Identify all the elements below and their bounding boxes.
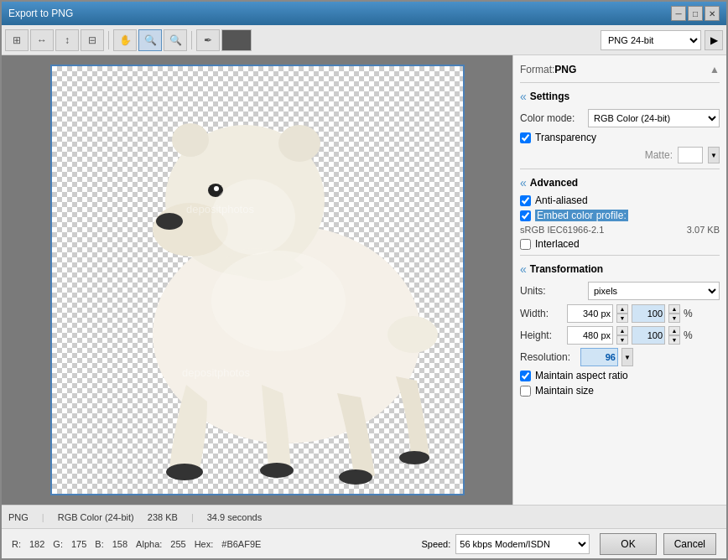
preview-box[interactable] xyxy=(221,29,252,51)
advanced-collapse-icon: « xyxy=(520,176,527,189)
height-decrement-button[interactable]: ▼ xyxy=(616,335,628,345)
height-percent-decrement-button[interactable]: ▼ xyxy=(668,335,680,345)
r-label: R: xyxy=(12,539,21,549)
color-profile-row: sRGB IEC61966-2.1 3.07 KB xyxy=(520,223,720,236)
width-decrement-button[interactable]: ▼ xyxy=(616,314,628,323)
format-arrow-button[interactable]: ▶ xyxy=(705,30,723,50)
height-percent-increment-button[interactable]: ▲ xyxy=(668,326,680,335)
width-percent-decrement-button[interactable]: ▼ xyxy=(668,314,680,323)
units-dropdown[interactable]: pixels inches cm mm xyxy=(588,282,720,300)
cancel-button[interactable]: Cancel xyxy=(663,533,716,555)
height-percent-input[interactable] xyxy=(632,326,665,345)
hand-tool-button[interactable]: ✋ xyxy=(113,29,137,51)
panel-scroll-up[interactable]: ▲ xyxy=(710,64,720,75)
units-row: Units: pixels inches cm mm xyxy=(520,279,720,303)
right-panel: Format: PNG ▲ « Settings Color mode: RGB… xyxy=(512,55,726,505)
interlaced-row: Interlaced xyxy=(520,236,720,251)
format-value-label: PNG xyxy=(554,64,576,75)
anti-aliased-label: Anti-aliased xyxy=(535,194,588,206)
settings-collapse-icon: « xyxy=(520,90,527,103)
svg-point-6 xyxy=(278,125,320,162)
settings-section-header[interactable]: « Settings xyxy=(520,86,720,106)
color-mode-dropdown[interactable]: RGB Color (24-bit) Grayscale (8-bit) Ind… xyxy=(588,109,720,127)
zoom-out-button[interactable]: 🔍 xyxy=(164,29,187,51)
color-picker-button[interactable]: ✒ xyxy=(196,29,220,51)
maintain-aspect-checkbox[interactable] xyxy=(520,371,531,381)
b-label: B: xyxy=(95,539,103,549)
format-dropdown[interactable]: PNG 24-bit xyxy=(601,30,701,50)
title-bar: Export to PNG ─ □ ✕ xyxy=(2,2,726,25)
color-mode-row: Color mode: RGB Color (24-bit) Grayscale… xyxy=(520,106,720,130)
svg-point-10 xyxy=(339,469,372,485)
width-percent-increment-button[interactable]: ▲ xyxy=(668,304,680,314)
height-input[interactable] xyxy=(567,326,613,345)
hex-value: #B6AF9E xyxy=(221,539,261,549)
maintain-aspect-row: Maintain aspect ratio xyxy=(520,368,720,383)
width-percent-label: % xyxy=(684,308,693,319)
maintain-size-row: Maintain size xyxy=(520,383,720,398)
dialog-buttons: OK Cancel xyxy=(600,533,716,555)
bear-image: depositphotos depositphotos xyxy=(52,66,463,494)
svg-point-11 xyxy=(399,451,429,464)
resolution-label: Resolution: xyxy=(520,351,577,363)
format-selector: PNG 24-bit ▶ xyxy=(601,30,723,50)
view-grid-button[interactable]: ⊟ xyxy=(81,29,104,51)
embed-color-row: Embed color profile: xyxy=(520,208,720,223)
matte-row: Matte: ▼ xyxy=(520,145,720,165)
transformation-section-header[interactable]: « Transformation xyxy=(520,259,720,279)
height-spinner: ▲ ▼ xyxy=(616,326,628,345)
title-text: Export to PNG xyxy=(8,8,73,19)
status-color-mode: RGB Color (24-bit) xyxy=(58,512,134,522)
ok-button[interactable]: OK xyxy=(600,533,656,555)
width-label: Width: xyxy=(520,308,564,319)
matte-color-box[interactable] xyxy=(678,147,703,163)
interlaced-checkbox[interactable] xyxy=(520,239,531,250)
embed-color-label: Embed color profile: xyxy=(535,210,628,221)
transparency-checkbox[interactable] xyxy=(520,132,531,143)
zoom-in-button[interactable]: 🔍 xyxy=(138,29,162,51)
resolution-row: Resolution: ▼ xyxy=(520,346,720,368)
svg-point-14 xyxy=(211,179,295,255)
speed-section: Speed: 56 kbps Modem/ISDN 128 kbps ISDN … xyxy=(421,534,590,554)
width-input[interactable] xyxy=(567,304,613,323)
status-bar: PNG | RGB Color (24-bit) 238 KB | 34.9 s… xyxy=(2,505,726,528)
color-profile-name: sRGB IEC61966-2.1 xyxy=(520,225,604,235)
width-percent-input[interactable] xyxy=(632,304,665,323)
matte-label: Matte: xyxy=(645,149,673,161)
transparency-row: Transparency xyxy=(520,130,720,145)
g-label: G: xyxy=(53,539,63,549)
color-profile-size: 3.07 KB xyxy=(687,225,720,235)
divider-3 xyxy=(520,255,720,256)
width-percent-spinner: ▲ ▼ xyxy=(668,304,680,323)
embed-color-checkbox[interactable] xyxy=(520,210,531,221)
svg-point-9 xyxy=(260,463,294,478)
transformation-collapse-icon: « xyxy=(520,262,527,276)
divider-1 xyxy=(520,82,720,83)
canvas-border: depositphotos depositphotos xyxy=(50,65,465,495)
advanced-title: Advanced xyxy=(530,177,578,189)
matte-dropdown-button[interactable]: ▼ xyxy=(708,147,720,163)
alpha-label: Alpha: xyxy=(136,539,162,549)
fit-height-button[interactable]: ↕ xyxy=(55,29,79,51)
advanced-section-header[interactable]: « Advanced xyxy=(520,173,720,193)
fit-page-button[interactable]: ⊞ xyxy=(5,29,29,51)
minimize-button[interactable]: ─ xyxy=(671,6,686,21)
anti-aliased-checkbox[interactable] xyxy=(520,195,531,206)
canvas-area[interactable]: depositphotos depositphotos xyxy=(2,55,512,505)
resolution-input[interactable] xyxy=(580,348,618,366)
close-button[interactable]: ✕ xyxy=(705,6,720,21)
height-increment-button[interactable]: ▲ xyxy=(616,326,628,335)
format-line: Format: PNG ▲ xyxy=(520,60,720,79)
speed-dropdown[interactable]: 56 kbps Modem/ISDN 128 kbps ISDN 256 kbp… xyxy=(455,534,590,554)
image-canvas: depositphotos depositphotos xyxy=(52,66,463,494)
transparency-label: Transparency xyxy=(535,132,596,143)
maintain-size-checkbox[interactable] xyxy=(520,386,531,397)
resolution-dropdown-button[interactable]: ▼ xyxy=(621,348,633,366)
width-increment-button[interactable]: ▲ xyxy=(616,304,628,314)
main-content: depositphotos depositphotos Format: PNG … xyxy=(2,55,726,505)
height-label: Height: xyxy=(520,329,564,341)
toolbar: ⊞ ↔ ↕ ⊟ ✋ 🔍 🔍 ✒ PNG 24-bit ▶ xyxy=(2,25,726,55)
fit-width-button[interactable]: ↔ xyxy=(30,29,54,51)
maximize-button[interactable]: □ xyxy=(688,6,703,21)
settings-title: Settings xyxy=(530,91,569,102)
